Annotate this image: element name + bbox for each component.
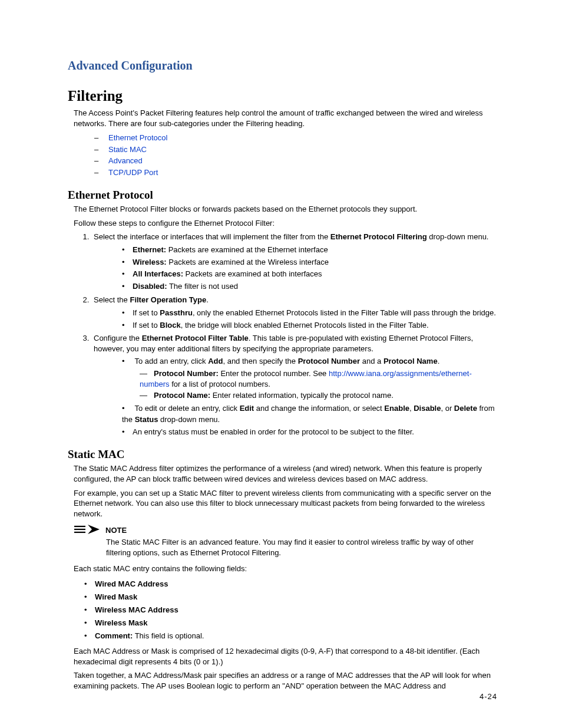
page-title: Filtering [68, 88, 497, 104]
bold-text: Delete [454, 404, 477, 413]
label: Wired MAC Address [95, 579, 168, 588]
ethernet-desc: The Ethernet Protocol Filter blocks or f… [74, 204, 497, 215]
text: Configure the [94, 334, 142, 342]
text: Select the interface or interfaces that … [94, 232, 330, 241]
text: drop-down menu. [158, 415, 220, 424]
text: drop-down menu. [427, 232, 489, 241]
operation-options: If set to Passthru, only the enabled Eth… [122, 308, 497, 331]
label: Protocol Number: [154, 369, 219, 378]
intro-paragraph: The Access Point's Packet Filtering feat… [74, 108, 497, 129]
text: If set to [133, 308, 160, 317]
bold-text: Ethernet Protocol Filter Table [142, 334, 249, 342]
text: This field is optional. [133, 631, 204, 640]
label: Comment: [95, 631, 133, 640]
field-comment: Comment: This field is optional. [84, 630, 497, 643]
bold-text: Block [160, 321, 180, 330]
bold-text: Filter Operation Type [130, 295, 206, 304]
toc-link-staticmac[interactable]: Static MAC [108, 145, 147, 154]
page: Advanced Configuration Filtering The Acc… [0, 0, 562, 728]
text: , the bridge will block enabled Ethernet… [181, 321, 429, 330]
add-fields: Protocol Number: Enter the protocol numb… [140, 368, 497, 401]
ethernet-steps: Select the interface or interfaces that … [81, 232, 497, 437]
option-ethernet: Ethernet: Packets are examined at the Et… [122, 245, 497, 256]
field-wired-mac: Wired MAC Address [84, 578, 497, 591]
step-3: Configure the Ethernet Protocol Filter T… [91, 333, 497, 437]
option-wireless: Wireless: Packets are examined at the Wi… [122, 257, 497, 268]
bold-text: Protocol Name [384, 357, 438, 365]
ethernet-steps-intro: Follow these steps to configure the Ethe… [74, 218, 497, 229]
option-all: All Interfaces: Packets are examined at … [122, 269, 497, 280]
text: Select the [94, 295, 130, 304]
field-wired-mask: Wired Mask [84, 591, 497, 604]
text: The filter is not used [167, 282, 238, 291]
toc-item: Ethernet Protocol [94, 132, 497, 144]
toc-item: Advanced [94, 155, 497, 167]
text: , and then specify the [223, 357, 297, 365]
step-1: Select the interface or interfaces that … [91, 232, 497, 292]
note-label: NOTE [105, 526, 127, 535]
toc-list: Ethernet Protocol Static MAC Advanced TC… [94, 132, 497, 178]
toc-item: TCP/UDP Port [94, 167, 497, 179]
option-passthru: If set to Passthru, only the enabled Eth… [122, 308, 497, 319]
text: , or [441, 404, 454, 413]
bold-text: Disable [414, 404, 441, 413]
svg-marker-3 [88, 525, 100, 534]
text: To edit or delete an entry, click [134, 404, 239, 413]
toc-item: Static MAC [94, 144, 497, 156]
action-add: To add an entry, click Add, and then spe… [122, 356, 497, 400]
text: Enter related information, typically the… [210, 391, 394, 400]
note-heading: NOTE [74, 525, 497, 536]
bold-text: Add [208, 357, 223, 365]
staticmac-p2: For example, you can set up a Static MAC… [74, 488, 497, 519]
label: Wireless: [133, 258, 167, 266]
option-disabled: Disabled: The filter is not used [122, 281, 497, 292]
text: . [438, 357, 440, 365]
bold-text: Enable [384, 404, 409, 413]
ethernet-heading: Ethernet Protocol [68, 189, 497, 202]
staticmac-fields-intro: Each static MAC entry contains the follo… [74, 564, 497, 574]
text: Packets are examined at both interfaces [183, 269, 322, 278]
text: and a [360, 357, 384, 365]
table-actions: To add an entry, click Add, and then spe… [122, 356, 497, 437]
field-protocol-name: Protocol Name: Enter related information… [140, 390, 497, 401]
step-2: Select the Filter Operation Type. If set… [91, 295, 497, 331]
text: Packets are examined at the Ethernet int… [166, 245, 328, 254]
bold-text: Protocol Number [298, 357, 360, 365]
option-block: If set to Block, the bridge will block e… [122, 320, 497, 331]
staticmac-p5: Taken together, a MAC Address/Mask pair … [74, 670, 497, 691]
action-edit: To edit or delete an entry, click Edit a… [122, 403, 497, 426]
toc-link-tcpudp[interactable]: TCP/UDP Port [108, 168, 158, 177]
text: , only the enabled Ethernet Protocols li… [193, 308, 496, 317]
label: Wireless Mask [95, 618, 148, 627]
staticmac-heading: Static MAC [68, 448, 497, 461]
note-block: NOTE The Static MAC Filter is an advance… [74, 525, 497, 558]
bold-text: Ethernet Protocol Filtering [330, 232, 427, 241]
label: Wired Mask [95, 592, 137, 601]
staticmac-p4: Each MAC Address or Mask is comprised of… [74, 646, 497, 667]
text: and change the information, or select [254, 404, 384, 413]
staticmac-p1: The Static MAC Address filter optimizes … [74, 463, 497, 484]
interface-options: Ethernet: Packets are examined at the Et… [122, 245, 497, 292]
bold-text: Edit [240, 404, 254, 413]
toc-link-advanced[interactable]: Advanced [108, 156, 143, 165]
label: Wireless MAC Address [95, 605, 178, 614]
bold-text: Passthru [160, 308, 193, 317]
page-number: 4-24 [480, 692, 497, 701]
bold-text: Status [135, 415, 158, 424]
note-body: The Static MAC Filter is an advanced fea… [106, 537, 497, 558]
note-icon [74, 525, 100, 536]
status-note: An entry's status must be enabled in ord… [122, 427, 497, 438]
label: All Interfaces: [133, 269, 183, 278]
field-wireless-mask: Wireless Mask [84, 617, 497, 630]
text: for a list of protocol numbers. [170, 380, 270, 388]
field-wireless-mac: Wireless MAC Address [84, 604, 497, 617]
label: Ethernet: [133, 245, 166, 254]
text: Packets are examined at the Wireless int… [167, 258, 329, 266]
toc-link-ethernet[interactable]: Ethernet Protocol [108, 133, 167, 142]
field-protocol-number: Protocol Number: Enter the protocol numb… [140, 368, 497, 389]
label: Protocol Name: [154, 391, 210, 400]
text: If set to [133, 321, 160, 330]
section-breadcrumb: Advanced Configuration [68, 59, 497, 73]
mac-fields-list: Wired MAC Address Wired Mask Wireless MA… [84, 578, 497, 643]
text: Enter the protocol number. See [219, 369, 329, 378]
